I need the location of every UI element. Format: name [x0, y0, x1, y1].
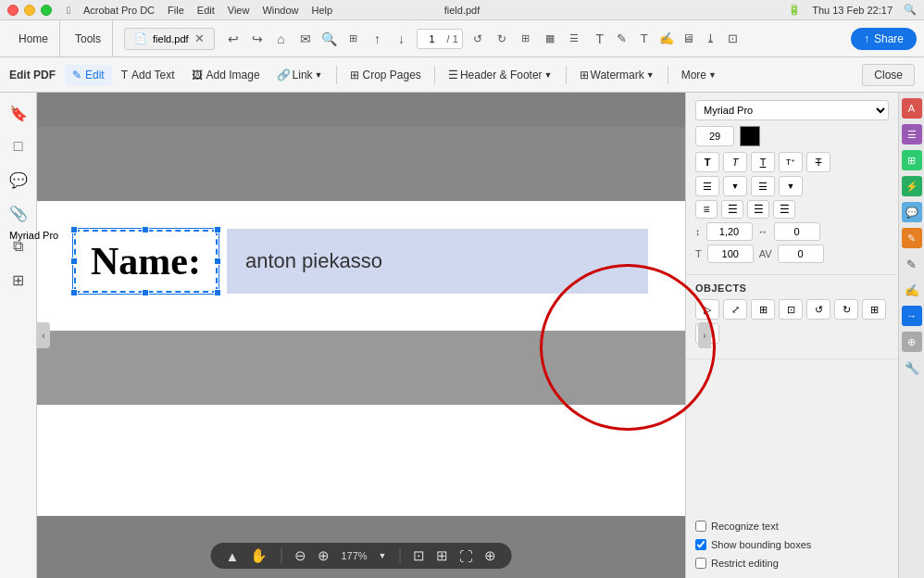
handle-bm[interactable] [142, 289, 149, 296]
list-dropdown[interactable]: ▼ [723, 176, 747, 196]
char-spacing-input[interactable] [774, 222, 820, 241]
more-button[interactable]: More ▼ [674, 65, 724, 85]
full-screen-icon[interactable]: ⛶ [459, 548, 473, 564]
add-image-button[interactable]: 🖼 Add Image [184, 65, 268, 85]
handle-tm[interactable] [142, 226, 149, 233]
add-text-button[interactable]: T Add Text [114, 65, 182, 85]
obj-copy-icon[interactable]: ⊞ [751, 299, 775, 320]
more-icon[interactable]: ⊕ [902, 332, 922, 352]
font-size-input[interactable] [695, 126, 734, 146]
file-tab-close[interactable]: ✕ [194, 31, 205, 45]
zoom-out-icon[interactable]: 🔍 [320, 30, 339, 48]
monitor-icon[interactable]: 🖥 [680, 30, 698, 48]
back-icon[interactable]: ↩ [224, 30, 243, 48]
recognize-text-checkbox[interactable] [695, 521, 706, 532]
italic-button[interactable]: T [723, 152, 747, 172]
menu-help[interactable]: Help [312, 5, 333, 16]
page-number-input[interactable] [421, 33, 443, 44]
pages-icon[interactable]: □ [7, 135, 30, 157]
menu-view[interactable]: View [228, 5, 250, 16]
export-icon[interactable]: A [902, 98, 922, 119]
protect-icon[interactable]: ⚡ [902, 176, 922, 196]
scroll-up-icon[interactable]: ↑ [368, 30, 387, 48]
menu-edit[interactable]: Edit [197, 5, 215, 16]
hand-tool-icon[interactable]: ✋ [250, 547, 268, 564]
crop-pages-button[interactable]: ⊞ Crop Pages [343, 65, 429, 85]
zoom-out-icon[interactable]: ⊖ [294, 547, 306, 564]
obj-group-icon[interactable]: ⊞ [862, 299, 886, 320]
bold-button[interactable]: T [695, 152, 719, 172]
edit-button[interactable]: ✎ Edit [65, 65, 112, 85]
fill-sign-icon[interactable]: ✍ [902, 280, 922, 300]
menu-app[interactable]: Acrobat Pro DC [83, 5, 155, 16]
handle-tr[interactable] [214, 226, 221, 233]
columns-icon[interactable]: ☰ [565, 30, 583, 48]
file-tab[interactable]: 📄 field.pdf ✕ [124, 28, 215, 50]
align-left-button[interactable]: ≡ [695, 200, 718, 219]
scale-input[interactable] [707, 245, 754, 263]
zoom-level[interactable]: 177% [341, 550, 367, 561]
close-button[interactable] [7, 5, 19, 16]
home-icon[interactable]: ⌂ [272, 30, 291, 48]
layout-icon[interactable]: ⊞ [517, 30, 535, 48]
left-toggle[interactable]: ‹ [37, 322, 50, 348]
wrench-icon[interactable]: 🔧 [902, 358, 922, 378]
font-select[interactable]: Myriad Pro [695, 100, 889, 120]
text-tool-icon[interactable]: T [591, 30, 609, 48]
zoom-fit-icon[interactable]: ⊞ [344, 30, 363, 48]
rotate-left-icon[interactable]: ↺ [468, 30, 487, 48]
unordered-list-button[interactable]: ☰ [695, 176, 719, 196]
tools-icon[interactable]: ⊞ [7, 269, 30, 291]
align-center-button[interactable]: ☰ [721, 200, 743, 219]
export2-icon[interactable]: ☰ [902, 124, 922, 144]
header-footer-button[interactable]: ☰ Header & Footer ▼ [441, 65, 560, 85]
pencil-icon[interactable]: ✎ [902, 254, 922, 274]
right-toggle[interactable]: › [698, 322, 711, 348]
handle-br[interactable] [214, 289, 221, 296]
superscript-button[interactable]: T⁺ [779, 152, 803, 172]
comment-icon[interactable]: 💬 [7, 169, 30, 191]
line-spacing-input[interactable] [706, 222, 753, 241]
list2-dropdown[interactable]: ▼ [779, 176, 803, 196]
link-button[interactable]: 🔗 Link ▼ [269, 65, 331, 85]
obj-arrow-icon[interactable]: ▷ [695, 299, 719, 320]
obj-move-icon[interactable]: ⤢ [723, 299, 747, 320]
tools-tab[interactable]: Tools [64, 20, 113, 57]
home-tab[interactable]: Home [7, 20, 60, 57]
cursor-icon[interactable]: T [635, 30, 654, 48]
maximize-button[interactable] [41, 5, 52, 16]
name-label-box[interactable]: Name: [74, 230, 218, 293]
actual-size-icon[interactable]: ⊞ [436, 547, 448, 564]
zoom-in-icon[interactable]: ⊕ [318, 547, 330, 564]
strikethrough-button[interactable]: T [806, 152, 830, 172]
handle-ml[interactable] [70, 258, 78, 265]
handle-tl[interactable] [70, 226, 78, 233]
more-tools-icon[interactable]: ⊕ [484, 547, 496, 564]
stamp-icon[interactable]: ✎ [902, 228, 922, 248]
restrict-editing-checkbox[interactable] [695, 558, 706, 569]
close-button[interactable]: Close [862, 64, 915, 86]
rotate-right-icon[interactable]: ↻ [493, 30, 511, 48]
underline-button[interactable]: T [751, 152, 775, 172]
share-button[interactable]: ↑ Share [851, 28, 917, 50]
zoom-dropdown-icon[interactable]: ▼ [379, 551, 387, 560]
obj-undo-icon[interactable]: ↺ [806, 299, 830, 320]
handle-mr[interactable] [214, 258, 221, 265]
forward-icon[interactable]: ↪ [248, 30, 267, 48]
expand-icon[interactable]: ⊡ [724, 30, 743, 48]
obj-redo-icon[interactable]: ↻ [834, 299, 858, 320]
ordered-list-button[interactable]: ☰ [751, 176, 775, 196]
paperclip-icon[interactable]: 📎 [7, 202, 30, 224]
email-icon[interactable]: ✉ [296, 30, 315, 48]
menu-file[interactable]: File [168, 5, 184, 16]
obj-paste-icon[interactable]: ⊡ [779, 299, 803, 320]
align-right-button[interactable]: ☰ [747, 200, 769, 219]
page-layout-icon[interactable]: ▦ [541, 30, 559, 48]
scroll-down-icon[interactable]: ↓ [393, 30, 411, 48]
select-tool-icon[interactable]: ▲ [226, 548, 240, 564]
minimize-button[interactable] [24, 5, 35, 16]
comment2-icon[interactable]: 💬 [902, 202, 922, 222]
watermark-button[interactable]: ⊞ Watermark ▼ [572, 65, 662, 85]
signature-icon[interactable]: ✍ [657, 30, 676, 48]
traffic-lights[interactable] [7, 5, 52, 16]
